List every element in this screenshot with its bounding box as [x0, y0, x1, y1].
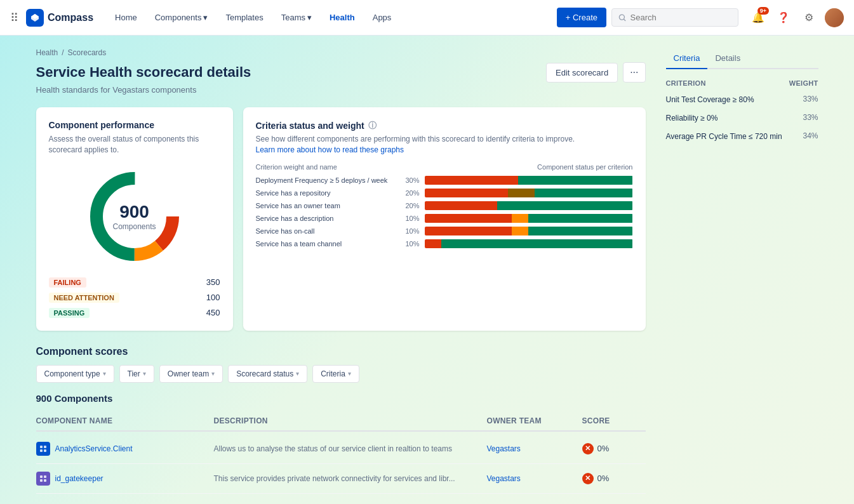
search-box — [611, 8, 738, 27]
table-header: Component name Description Owner team Sc… — [36, 411, 646, 432]
help-button[interactable]: ❓ — [774, 8, 793, 27]
breadcrumb-scorecards[interactable]: Scorecards — [68, 48, 107, 57]
criteria-desc: See how different components are perform… — [256, 134, 633, 156]
nav-templates[interactable]: Templates — [219, 9, 269, 26]
edit-scorecard-button[interactable]: Edit scorecard — [546, 63, 618, 83]
table-row: id_gatekeeper This service provides priv… — [36, 464, 646, 494]
panel-section-header: Criterion Weight — [666, 79, 818, 87]
legend-attention-row: NEED ATTENTION 100 — [49, 293, 220, 303]
chart-row-pct: 20% — [401, 189, 420, 197]
component-icon — [36, 472, 50, 486]
settings-button[interactable]: ⚙ — [799, 8, 818, 27]
team-link[interactable]: Vegastars — [487, 474, 521, 483]
chart-row: Service has a team channel 10% — [256, 239, 633, 248]
filter-criteria[interactable]: Criteria ▾ — [312, 365, 359, 383]
nav-teams[interactable]: Teams ▾ — [275, 9, 318, 26]
component-link[interactable]: id_gatekeeper — [55, 474, 103, 483]
nav-health[interactable]: Health — [323, 9, 361, 26]
components-count: 900 Components — [36, 393, 646, 404]
chart-left-header: Criterion weight and name — [256, 163, 337, 171]
chart-bar — [425, 227, 633, 235]
criterion-weight: 34% — [803, 131, 818, 140]
svg-rect-9 — [44, 475, 46, 478]
nav-apps[interactable]: Apps — [366, 9, 398, 26]
filter-tier[interactable]: Tier ▾ — [119, 365, 154, 383]
chart-row-pct: 10% — [401, 240, 420, 248]
chart-bar — [425, 176, 633, 185]
table-row: AnalyticsService.Client Allows us to ana… — [36, 434, 646, 464]
component-desc: This service provides private network co… — [214, 474, 487, 483]
panel-tabs: Criteria Details — [666, 48, 818, 69]
legend-failing-row: FAILING 350 — [49, 277, 220, 288]
cards-row: Component performance Assess the overall… — [36, 107, 646, 331]
chart-row: Service has a repository 20% — [256, 189, 633, 197]
logo-icon — [26, 9, 44, 27]
logo[interactable]: Compass — [26, 9, 93, 27]
legend-passing-row: PASSING 450 — [49, 308, 220, 318]
component-owner: Vegastars — [487, 474, 582, 483]
create-button[interactable]: + Create — [557, 8, 606, 27]
chart-row-label: Service has an owner team — [256, 202, 396, 209]
criterion-name: Reliability ≥ 0% — [666, 113, 798, 124]
chart-row-label: Deployment Frequency ≥ 5 deploys / week — [256, 176, 396, 184]
tab-details[interactable]: Details — [707, 48, 748, 69]
filter-scorecard-status[interactable]: Scorecard status ▾ — [228, 365, 307, 383]
col-description: Description — [214, 416, 487, 425]
nav-components[interactable]: Components ▾ — [149, 9, 215, 26]
chart-row-label: Service has on-call — [256, 227, 396, 235]
info-icon[interactable]: ⓘ — [368, 120, 377, 131]
criterion-row: Reliability ≥ 0% 33% — [666, 113, 818, 124]
component-desc: Allows us to analyse the status of our s… — [214, 444, 487, 453]
criterion-weight: 33% — [803, 95, 818, 103]
svg-rect-6 — [40, 449, 43, 452]
donut-label: 900 Components — [112, 202, 156, 231]
weight-col-header: Weight — [789, 79, 818, 87]
right-panel: Criteria Details Criterion Weight Unit T… — [666, 48, 818, 504]
table-body: AnalyticsService.Client Allows us to ana… — [36, 434, 646, 494]
col-owner-team: Owner team — [487, 416, 582, 425]
logo-text: Compass — [48, 12, 93, 23]
team-link[interactable]: Vegastars — [487, 444, 521, 453]
chart-row-pct: 10% — [401, 215, 420, 222]
chart-bar — [425, 189, 633, 197]
chart-row-label: Service has a team channel — [256, 240, 396, 248]
avatar[interactable] — [825, 8, 844, 27]
component-owner: Vegastars — [487, 444, 582, 453]
svg-rect-11 — [44, 479, 46, 482]
criterion-col-header: Criterion — [666, 79, 706, 87]
component-name-cell: id_gatekeeper — [36, 472, 214, 486]
notification-badge: 9+ — [757, 7, 769, 15]
nav-home[interactable]: Home — [109, 9, 143, 26]
svg-rect-10 — [40, 479, 43, 482]
criteria-title: Criteria status and weight ⓘ — [256, 120, 633, 131]
filter-owner-team[interactable]: Owner team ▾ — [159, 365, 223, 383]
chart-row-label: Service has a description — [256, 215, 396, 222]
scores-section: Component scores Component type ▾ Tier ▾… — [36, 346, 646, 494]
component-link[interactable]: AnalyticsService.Client — [55, 444, 133, 453]
criterion-weight: 33% — [803, 113, 818, 122]
chart-row-pct: 20% — [401, 202, 420, 209]
perf-card-title: Component performance — [49, 120, 220, 130]
search-input[interactable] — [630, 13, 731, 22]
search-icon — [618, 13, 627, 22]
perf-card-subtitle: Assess the overall status of components … — [49, 134, 220, 156]
criterion-name: Average PR Cycle Time ≤ 720 min — [666, 131, 798, 142]
grid-icon[interactable]: ⠿ — [10, 11, 18, 25]
main-container: Health / Scorecards Service Health score… — [21, 36, 834, 504]
tab-criteria[interactable]: Criteria — [666, 48, 708, 69]
score-fail-icon: ✕ — [582, 443, 594, 454]
attention-count: 100 — [206, 293, 220, 302]
notification-button[interactable]: 🔔 9+ — [749, 8, 768, 27]
component-icon — [36, 442, 50, 456]
criteria-status-card: Criteria status and weight ⓘ See how dif… — [243, 107, 646, 331]
svg-rect-5 — [44, 446, 46, 448]
component-name-cell: AnalyticsService.Client — [36, 442, 214, 456]
chart-bar — [425, 239, 633, 248]
component-performance-card: Component performance Assess the overall… — [36, 107, 233, 331]
chart-row: Service has on-call 10% — [256, 227, 633, 235]
chart-row: Deployment Frequency ≥ 5 deploys / week … — [256, 176, 633, 185]
breadcrumb-health[interactable]: Health — [36, 48, 58, 57]
more-options-button[interactable]: ··· — [623, 62, 645, 83]
filter-component-type[interactable]: Component type ▾ — [36, 365, 114, 383]
criteria-learn-more[interactable]: Learn more about how to read these graph… — [256, 145, 404, 154]
